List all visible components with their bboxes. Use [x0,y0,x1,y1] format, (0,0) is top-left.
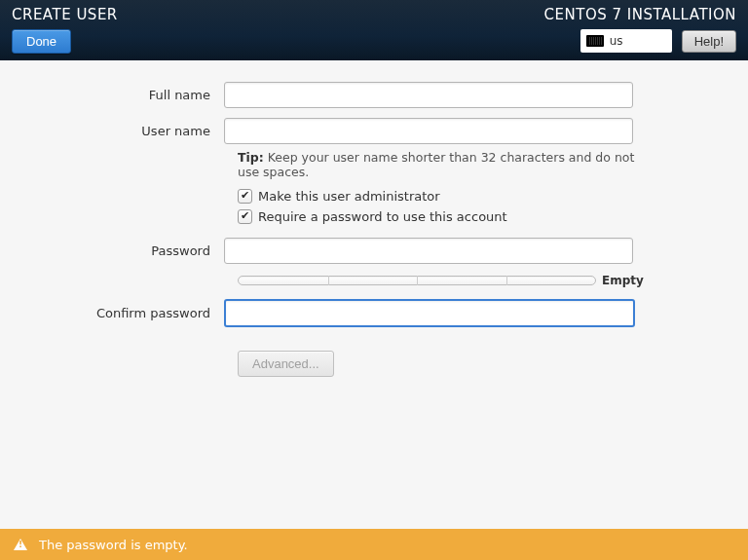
make-admin-label: Make this user administrator [258,189,440,204]
advanced-button[interactable]: Advanced... [238,351,334,377]
keyboard-layout-indicator[interactable]: us [580,29,672,53]
require-password-label: Require a password to use this account [258,209,507,224]
confirm-password-input[interactable] [224,299,635,327]
header-right-controls: us Help! [580,29,736,53]
warning-icon [14,539,27,550]
warning-bar: The password is empty. [0,529,748,560]
header-bar: CREATE USER CENTOS 7 INSTALLATION Done u… [0,0,748,60]
row-require-password: Require a password to use this account [238,209,748,224]
row-make-admin: Make this user administrator [238,189,748,204]
make-admin-checkbox[interactable] [238,189,252,204]
full-name-input[interactable] [224,82,633,108]
password-label: Password [19,243,224,258]
tip-prefix: Tip: [238,150,264,165]
keyboard-icon [586,35,604,47]
warning-message: The password is empty. [39,538,188,552]
help-button[interactable]: Help! [682,30,736,53]
row-user-name: User name [19,118,748,144]
confirm-password-label: Confirm password [19,306,224,320]
installer-title: CENTOS 7 INSTALLATION [544,6,736,23]
installer-screen: CREATE USER CENTOS 7 INSTALLATION Done u… [0,0,748,560]
row-full-name: Full name [19,82,748,108]
keyboard-layout-label: us [610,34,623,48]
create-user-form: Full name User name Tip: Keep your user … [0,82,748,377]
row-confirm-password: Confirm password [19,299,748,327]
full-name-label: Full name [19,88,224,102]
user-name-input[interactable] [224,118,633,144]
user-name-tip: Tip: Keep your user name shorter than 32… [238,150,656,179]
tip-text: Keep your user name shorter than 32 char… [238,150,634,179]
user-name-label: User name [19,124,224,138]
password-strength-bar [238,276,596,285]
password-input[interactable] [224,238,633,264]
done-button[interactable]: Done [12,29,71,54]
require-password-checkbox[interactable] [238,209,252,224]
row-password: Password [19,238,748,264]
password-strength-label: Empty [602,274,644,287]
password-strength: Empty [238,274,748,287]
